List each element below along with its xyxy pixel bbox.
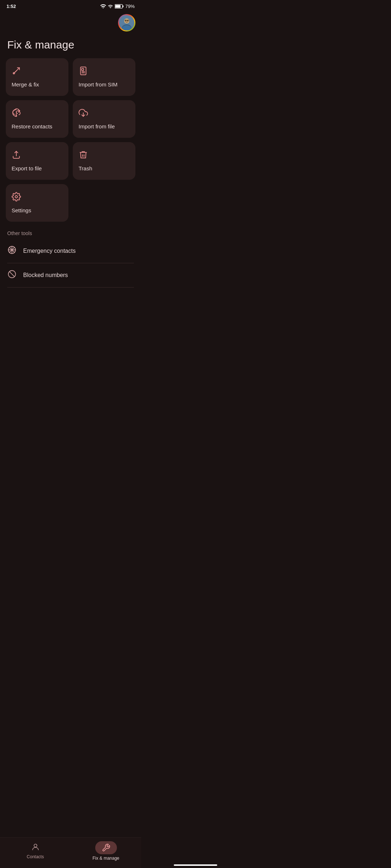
svg-rect-16 xyxy=(80,67,86,75)
merge-fix-label: Merge & fix xyxy=(12,81,39,88)
header-row xyxy=(0,11,141,33)
emergency-icon xyxy=(7,246,17,256)
avatar[interactable] xyxy=(118,14,135,31)
trash-icon xyxy=(79,150,88,161)
blocked-icon xyxy=(7,270,17,281)
settings-card[interactable]: Settings xyxy=(6,184,68,222)
svg-point-8 xyxy=(127,20,128,21)
import-file-card[interactable]: Import from file xyxy=(73,100,135,138)
import-file-icon xyxy=(79,108,88,119)
svg-line-15 xyxy=(15,71,17,72)
blocked-numbers-item[interactable]: Blocked numbers xyxy=(0,263,141,287)
cards-grid: Merge & fix Import from SIM xyxy=(0,58,141,222)
settings-icon xyxy=(12,192,21,203)
emergency-contacts-item[interactable]: Emergency contacts xyxy=(0,239,141,263)
emergency-contacts-label: Emergency contacts xyxy=(23,248,76,254)
blocked-numbers-label: Blocked numbers xyxy=(23,272,68,278)
page-title: Fix & manage xyxy=(0,33,141,58)
merge-fix-card[interactable]: Merge & fix xyxy=(6,58,68,96)
restore-icon xyxy=(12,108,21,119)
merge-icon xyxy=(12,66,21,77)
import-file-label: Import from file xyxy=(79,123,115,130)
signal-icon xyxy=(108,4,113,9)
export-file-label: Export to file xyxy=(12,165,42,172)
svg-point-7 xyxy=(125,20,126,21)
status-bar: 1:52 79% xyxy=(0,0,141,11)
export-file-icon xyxy=(12,150,21,161)
svg-rect-17 xyxy=(82,69,84,71)
svg-rect-2 xyxy=(122,5,123,7)
trash-label: Trash xyxy=(79,165,92,172)
restore-contacts-card[interactable]: Restore contacts xyxy=(6,100,68,138)
battery-icon xyxy=(115,4,123,9)
trash-card[interactable]: Trash xyxy=(73,142,135,180)
export-file-card[interactable]: Export to file xyxy=(6,142,68,180)
import-sim-label: Import from SIM xyxy=(79,81,118,88)
battery-percent: 79% xyxy=(125,4,135,9)
wifi-icon xyxy=(100,4,106,9)
svg-line-27 xyxy=(9,272,14,277)
status-icons: 79% xyxy=(100,4,135,9)
import-sim-card[interactable]: Import from SIM xyxy=(73,58,135,96)
avatar-image xyxy=(119,15,134,30)
svg-point-24 xyxy=(15,196,18,198)
settings-label: Settings xyxy=(12,207,31,214)
import-sim-icon xyxy=(79,66,88,77)
restore-contacts-label: Restore contacts xyxy=(12,123,52,130)
svg-rect-1 xyxy=(115,5,121,8)
other-tools-label: Other tools xyxy=(0,222,141,239)
status-time: 1:52 xyxy=(7,4,16,9)
